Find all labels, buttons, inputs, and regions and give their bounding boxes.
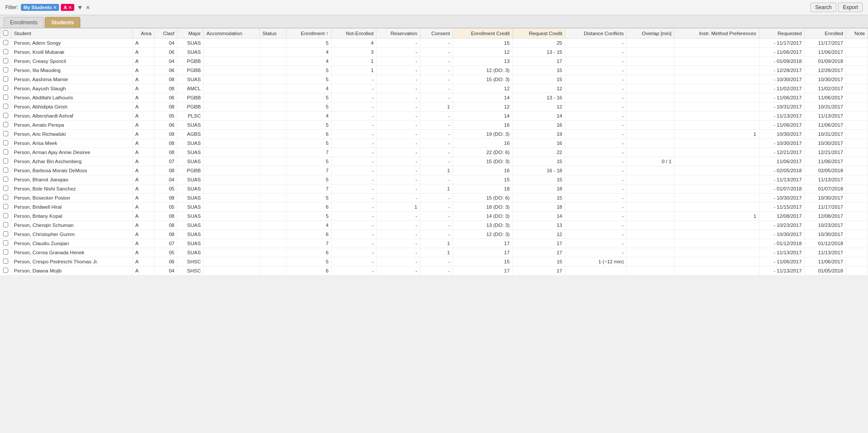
col-header-requested[interactable]: Requested [759,29,805,39]
row-checkbox[interactable] [3,85,8,91]
row-checkbox[interactable] [3,104,8,109]
row-checkbox[interactable] [3,140,8,145]
filter-tag-my-students-close[interactable]: ✕ [53,5,56,10]
filter-clear-icon[interactable]: ✕ [86,4,90,11]
table-row: Person, Abhidipta GirishA08PGBB5--11212-… [0,102,868,112]
col-header-note[interactable]: Note [846,29,868,39]
row-checkbox[interactable] [3,222,8,227]
table-row: Person, Chenqin SchumanA08SUAS4---13 (DO… [0,221,868,230]
students-table: Student Area Clasf Major Accommodation S… [0,28,868,276]
table-row: Person, Barbosa Morais DeMossA08PGBB7--1… [0,166,868,175]
col-header-instr-method[interactable]: Instr. Method Preferences [674,29,759,39]
table-row: Person, Christopher GummA08SUAS6---12 (D… [0,230,868,239]
col-header-consent[interactable]: Consent [420,29,452,39]
row-checkbox[interactable] [3,177,8,182]
table-row: Person, Adem SongyA04SUAS54--1525-- 11/1… [0,39,868,48]
row-checkbox[interactable] [3,167,8,173]
table-row: Person, Crespo Pedreschi Thomas Jr.A06SH… [0,257,868,266]
table-row: Person, Arisa MeekA08SUAS5---1616-- 10/3… [0,139,868,148]
row-checkbox[interactable] [3,131,8,136]
row-checkbox[interactable] [3,58,8,63]
table-row: Person, Bridwell HiralA05SUAS6-1-18 (DO:… [0,203,868,212]
col-header-distance[interactable]: Distance Conflicts [565,29,627,39]
select-all-checkbox[interactable] [3,30,8,36]
filter-label: Filter: [5,4,18,10]
table-row: Person, Aric RichwalskiA08AGBS6---19 (DO… [0,130,868,139]
export-button[interactable]: Export [838,3,863,12]
col-header-not-enrolled[interactable]: Not-Enrolled [331,29,376,39]
table-row: Person, Albershardt AshrafA05PLSC4---141… [0,112,868,121]
filter-funnel-icon[interactable]: ▼ [77,4,83,11]
filter-tag-a[interactable]: A ✕ [61,4,74,11]
col-header-request-credit[interactable]: Request Credit [512,29,565,39]
table-row: Person, Knoll MubarakA06SUAS43--1213 - 1… [0,48,868,57]
table-row: Person, Bhanot JianqiaoA04SUAS5---1515--… [0,175,868,184]
search-button[interactable]: Search [810,3,836,12]
col-header-enrollment[interactable]: Enrollment ↑ [286,29,331,39]
row-checkbox[interactable] [3,40,8,45]
row-checkbox[interactable] [3,204,8,209]
col-header-enrolled[interactable]: Enrolled [805,29,846,39]
row-checkbox[interactable] [3,149,8,154]
col-header-student[interactable]: Student [11,29,133,39]
row-checkbox[interactable] [3,268,8,273]
filter-bar: Filter: My Students ✕ A ✕ ▼ ✕ Search Exp… [0,0,868,15]
table-row: Person, Daiana MojibA04SHSC6---1717- 11/… [0,266,868,276]
row-checkbox[interactable] [3,67,8,72]
table-row: Person, Claudiu ZuoqianA07SUAS7--11717--… [0,239,868,248]
table-row: Person, Illa MiaodingA06PGBB51--12 (DO: … [0,66,868,75]
table-row: Person, Britany KopalA08SUAS5---14 (DO: … [0,212,868,221]
row-checkbox[interactable] [3,213,8,218]
row-checkbox[interactable] [3,76,8,82]
row-checkbox[interactable] [3,95,8,100]
filter-tags: My Students ✕ A ✕ [21,4,74,11]
row-checkbox[interactable] [3,49,8,54]
table-row: Person, Creasy SponcilA04PGBB41--1317-- … [0,57,868,66]
table-row: Person, Aashima MamieA08SUAS5---15 (DO: … [0,75,868,84]
col-header-reservation[interactable]: Reservation [376,29,420,39]
row-checkbox[interactable] [3,158,8,164]
col-header-major[interactable]: Major [177,29,204,39]
row-checkbox[interactable] [3,231,8,236]
row-checkbox[interactable] [3,186,8,191]
filter-actions: Search Export [810,3,863,12]
row-checkbox[interactable] [3,122,8,127]
tab-bar: Enrollments Students [0,15,868,28]
col-header-enroll-credit[interactable]: Enrollment Credit [453,29,512,39]
col-header-clasf[interactable]: Clasf [154,29,177,39]
col-header-area[interactable]: Area [132,29,154,39]
row-checkbox[interactable] [3,240,8,246]
col-header-accommodation[interactable]: Accommodation [204,29,260,39]
table-row: Person, Azhar Bin AschenbergA07SUAS5---1… [0,157,868,166]
col-header-overlap[interactable]: Overlap [min] [627,29,674,39]
table-row: Person, Correa Granada HenekA05SUAS6--11… [0,248,868,257]
table-row: Person, Bole Nishi SanchezA05SUAS7--1181… [0,184,868,194]
row-checkbox[interactable] [3,113,8,118]
filter-tag-my-students-label: My Students [23,5,52,10]
col-header-status[interactable]: Status [260,29,287,39]
filter-tag-my-students[interactable]: My Students ✕ [21,4,59,11]
filter-tag-a-label: A [63,5,67,10]
col-header-check[interactable] [0,29,11,39]
row-checkbox[interactable] [3,195,8,200]
table-container: Student Area Clasf Major Accommodation S… [0,28,868,276]
table-row: Person, Arman Ajay Annie DesireeA08SUAS7… [0,148,868,157]
tab-enrollments[interactable]: Enrollments [3,17,44,28]
table-row: Person, Bosecker PostonA08SUAS5---15 (DO… [0,194,868,203]
filter-tag-a-close[interactable]: ✕ [68,5,72,10]
row-checkbox[interactable] [3,249,8,255]
table-row: Person, Abdillahi LathourisA06PGBB5---14… [0,93,868,102]
row-checkbox[interactable] [3,259,8,264]
table-row: Person, Aayush SlaughA08AMCL4---1212-- 1… [0,84,868,93]
table-row: Person, Amato PerepaA06SUAS5---1616-- 11… [0,121,868,130]
tab-students[interactable]: Students [45,17,80,28]
